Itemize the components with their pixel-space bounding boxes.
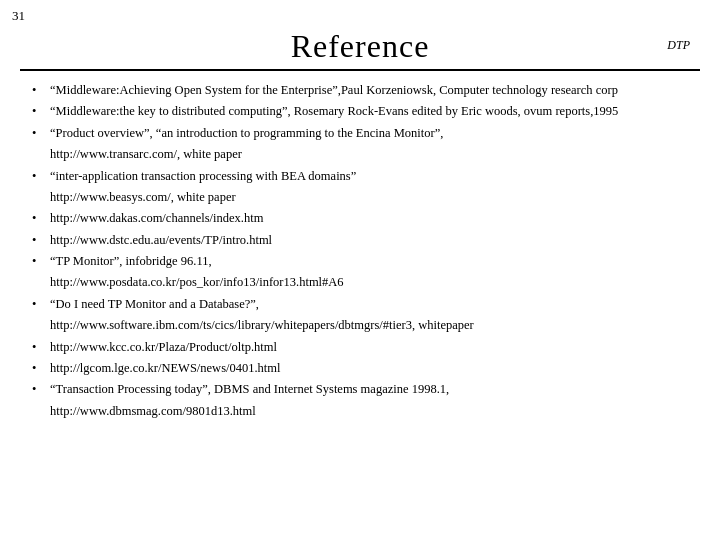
list-item: http://www.beasys.com/, white paper [32,188,688,207]
slide-container: 31 Reference DTP •“Middleware:Achieving … [0,0,720,540]
bullet-text: http://www.kcc.co.kr/Plaza/Product/oltp.… [50,338,688,357]
bullet-text: “Do I need TP Monitor and a Database?”, [50,295,688,314]
divider [20,69,700,71]
bullet-symbol: • [32,252,50,271]
bullet-symbol: • [32,231,50,250]
list-item: •http://www.dstc.edu.au/events/TP/intro.… [32,231,688,250]
bullet-text: “Transaction Processing today”, DBMS and… [50,380,688,399]
list-item: •“Do I need TP Monitor and a Database?”, [32,295,688,314]
list-item: http://www.software.ibm.com/ts/cics/libr… [32,316,688,335]
bullet-text: “Middleware:the key to distributed compu… [50,102,688,121]
bullet-symbol: • [32,124,50,143]
bullet-text: http://www.dakas.com/channels/index.htm [50,209,688,228]
list-item: •“Product overview”, “an introduction to… [32,124,688,143]
bullet-text: http://lgcom.lge.co.kr/NEWS/news/0401.ht… [50,359,688,378]
list-item: •“Middleware:Achieving Open System for t… [32,81,688,100]
bullet-symbol: • [32,338,50,357]
list-item: •“Transaction Processing today”, DBMS an… [32,380,688,399]
list-item: •“inter-application transaction processi… [32,167,688,186]
list-item: http://www.dbmsmag.com/9801d13.html [32,402,688,421]
bullet-symbol: • [32,102,50,121]
list-item: •http://www.dakas.com/channels/index.htm [32,209,688,228]
dtp-label: DTP [667,38,690,53]
page-title: Reference [291,28,430,65]
bullet-text: “inter-application transaction processin… [50,167,688,186]
list-item: •http://lgcom.lge.co.kr/NEWS/news/0401.h… [32,359,688,378]
header-section: Reference DTP [0,0,720,69]
list-item: •http://www.kcc.co.kr/Plaza/Product/oltp… [32,338,688,357]
bullet-text: http://www.dstc.edu.au/events/TP/intro.h… [50,231,688,250]
bullet-symbol: • [32,380,50,399]
bullet-text: “Middleware:Achieving Open System for th… [50,81,688,100]
list-item: •“TP Monitor”, infobridge 96.11, [32,252,688,271]
list-item: •“Middleware:the key to distributed comp… [32,102,688,121]
content-area: •“Middleware:Achieving Open System for t… [0,81,720,433]
bullet-symbol: • [32,209,50,228]
bullet-symbol: • [32,167,50,186]
list-item: http://www.posdata.co.kr/pos_kor/info13/… [32,273,688,292]
bullet-text: “TP Monitor”, infobridge 96.11, [50,252,688,271]
bullet-text: “Product overview”, “an introduction to … [50,124,688,143]
list-item: http://www.transarc.com/, white paper [32,145,688,164]
bullet-symbol: • [32,81,50,100]
bullet-symbol: • [32,359,50,378]
bullet-symbol: • [32,295,50,314]
